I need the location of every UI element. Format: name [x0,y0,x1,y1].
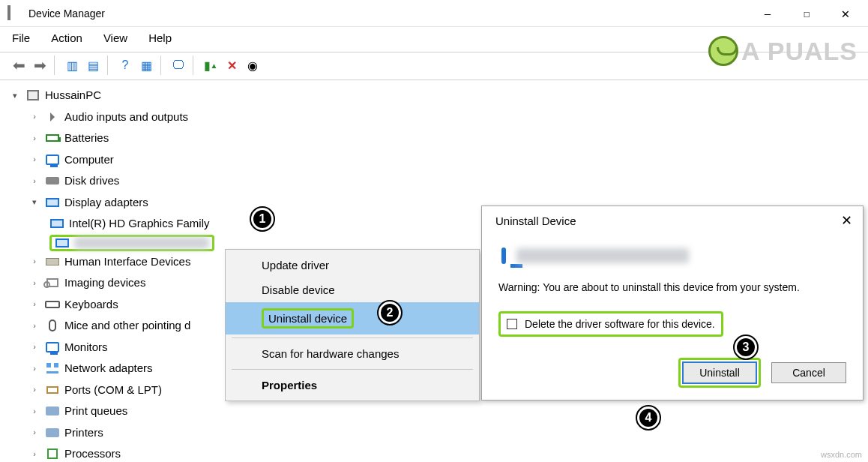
hdd-icon [45,175,60,187]
ctx-update-driver[interactable]: Update driver [226,253,479,278]
nav-forward-button[interactable]: ➡ [30,56,49,75]
chevron-right-icon[interactable]: › [28,318,40,334]
context-menu: Update driver Disable device Uninstall d… [225,249,480,401]
watermark-source: wsxdn.com [821,450,862,459]
tree-label: Computer [64,149,114,171]
watermark-brand-text: A PUALS [741,37,858,66]
menu-action[interactable]: Action [51,32,82,44]
window-controls: — ☐ ✕ [748,0,865,27]
tree-label: Mice and other pointing d [64,315,190,337]
tree-item-print-queues[interactable]: › Print queues [3,400,865,422]
dialog-warning-text: Warning: You are about to uninstall this… [498,281,846,293]
dialog-device-row [501,248,846,263]
tree-label: Batteries [64,128,109,149]
chevron-down-icon[interactable]: ▾ [28,194,40,210]
tree-root-label: HussainPC [45,85,101,106]
chevron-right-icon[interactable]: › [28,424,40,440]
chevron-down-icon[interactable]: ▾ [9,88,21,104]
scan-hardware-button[interactable]: ◉ [243,56,262,75]
maximize-button[interactable]: ☐ [787,0,826,27]
printer-icon [45,405,60,417]
redacted-device-name [74,237,209,249]
dialog-title: Uninstall Device [495,214,576,227]
cancel-button[interactable]: Cancel [771,362,846,383]
minimize-button[interactable]: — [748,0,787,27]
help-button[interactable]: ? [115,56,135,75]
enable-device-button[interactable]: ▮▲ [201,56,220,75]
tree-label: Disk drives [64,170,119,192]
printer-icon [45,427,60,439]
keyboard-icon [45,298,60,310]
chevron-right-icon[interactable]: › [28,404,40,419]
chevron-right-icon[interactable]: › [28,339,40,355]
computer-icon [25,89,40,101]
tree-item-audio[interactable]: › Audio inputs and outputs [3,106,865,128]
tree-root[interactable]: ▾ HussainPC [3,85,865,106]
ctx-uninstall-device[interactable]: Uninstall device [226,302,479,334]
annotation-badge-2: 2 [379,302,401,324]
tree-label: Human Interface Devices [64,251,190,273]
refresh-button[interactable]: ▦ [136,56,156,75]
menu-help[interactable]: Help [148,32,172,44]
chevron-right-icon[interactable]: › [28,254,40,269]
close-button[interactable]: ✕ [826,0,865,27]
dialog-close-button[interactable]: ✕ [841,212,852,229]
display-adapter-icon [501,250,506,262]
tree-item-processors[interactable]: › Processors [3,443,865,462]
tree-item-computer[interactable]: › Computer [3,149,865,171]
uninstall-button-wrap: Uninstall [678,358,761,388]
chevron-right-icon[interactable]: › [28,275,40,291]
annotation-badge-3: 3 [735,336,757,358]
annotation-badge-1: 1 [251,208,274,230]
display-adapter-icon [49,218,64,230]
ctx-uninstall-label: Uninstall device [262,308,354,328]
nav-back-button[interactable]: ⬅ [9,56,28,75]
tree-label: Display adapters [64,192,148,214]
network-icon [45,362,60,374]
tree-item-batteries[interactable]: › Batteries [3,128,865,149]
ctx-scan-hardware[interactable]: Scan for hardware changes [226,341,479,366]
ctx-disable-device[interactable]: Disable device [226,278,479,302]
tree-label: Network adapters [64,358,153,380]
chevron-right-icon[interactable]: › [28,173,40,189]
display-adapter-icon [55,237,70,249]
tree-label: Imaging devices [64,272,145,294]
ctx-properties[interactable]: Properties [226,373,479,398]
device-manager-icon [7,7,21,20]
ctx-separator [232,369,473,370]
chevron-right-icon[interactable]: › [28,130,40,146]
chevron-right-icon[interactable]: › [28,446,40,462]
uninstall-device-dialog: Uninstall Device ✕ Warning: You are abou… [481,206,864,400]
tree-item-disk[interactable]: › Disk drives [3,170,865,192]
uninstall-button[interactable]: Uninstall [682,362,757,384]
chevron-right-icon[interactable]: › [28,361,40,376]
ctx-separator [232,338,473,338]
show-hide-console-tree-button[interactable]: ▥ [62,56,82,75]
tree-label: Processors [64,443,121,462]
tree-item-printers[interactable]: › Printers [3,422,865,444]
tree-label: Audio inputs and outputs [64,106,188,128]
cpu-icon [45,448,60,460]
speaker-icon [45,111,60,123]
chevron-right-icon[interactable]: › [28,382,40,398]
delete-driver-checkbox-row[interactable]: Delete the driver software for this devi… [498,311,723,337]
chevron-right-icon[interactable]: › [28,152,40,167]
chevron-right-icon[interactable]: › [28,109,40,124]
mascot-icon [708,36,738,66]
annotation-badge-4: 4 [637,406,660,429]
chevron-right-icon[interactable]: › [28,296,40,312]
mouse-icon [45,320,60,332]
delete-driver-checkbox[interactable] [507,319,517,329]
camera-icon [45,277,60,289]
delete-driver-label: Delete the driver software for this devi… [525,318,715,330]
update-driver-button[interactable]: 🖵 [169,56,188,75]
watermark-brand: A PUALS [708,36,858,66]
menu-view[interactable]: View [103,32,127,44]
menu-file[interactable]: File [12,32,30,44]
battery-icon [45,132,60,144]
uninstall-device-button[interactable]: ✕ [222,56,241,75]
display-adapter-icon [45,196,60,208]
tree-label: Ports (COM & LPT) [64,380,162,401]
port-icon [45,384,60,396]
properties-pane-button[interactable]: ▤ [83,56,103,75]
